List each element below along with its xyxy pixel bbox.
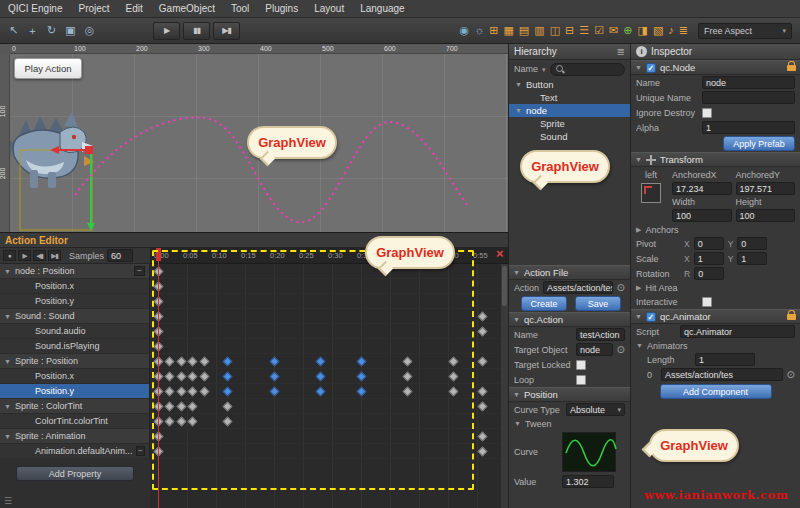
- rows-icon[interactable]: ▤: [519, 25, 529, 36]
- hierarchy-item-node[interactable]: ▼node: [509, 104, 630, 117]
- pivot-y-input[interactable]: 0: [737, 237, 767, 250]
- pivot-tool-icon[interactable]: ◎: [80, 22, 99, 40]
- grid-icon[interactable]: ⊞: [489, 25, 498, 36]
- timeline-row[interactable]: [150, 324, 508, 339]
- timeline-row[interactable]: [150, 309, 508, 324]
- timeline-row[interactable]: [150, 339, 508, 354]
- alpha-input[interactable]: 1: [702, 121, 795, 134]
- pattern-icon[interactable]: ▧: [653, 25, 663, 36]
- lock-icon[interactable]: [787, 65, 796, 71]
- play-action-button[interactable]: Play Action: [14, 58, 82, 79]
- track-row-11[interactable]: ▼Sprite : Animation: [0, 429, 149, 444]
- collapse-icon[interactable]: ▼: [513, 269, 520, 276]
- node-name-input[interactable]: node: [702, 76, 795, 89]
- pause-button[interactable]: ▮▮: [183, 22, 210, 40]
- track-row-3[interactable]: ▼Sound : Sound: [0, 309, 149, 324]
- track-row-12[interactable]: Animation.defaultAnim...−: [0, 444, 149, 459]
- check-icon[interactable]: ☑: [594, 25, 604, 36]
- close-icon[interactable]: ×: [496, 246, 504, 261]
- action-file-header[interactable]: ▼ Action File: [509, 265, 630, 280]
- track-row-8[interactable]: Position.y: [0, 384, 149, 399]
- track-row-7[interactable]: Position.x: [0, 369, 149, 384]
- prev-key-button[interactable]: ◀▮: [33, 250, 46, 261]
- value-input[interactable]: 1.302: [562, 475, 614, 488]
- expand-icon[interactable]: ▼: [4, 313, 12, 320]
- expand-icon[interactable]: ▼: [4, 358, 12, 365]
- position-section-header[interactable]: ▼ Position: [509, 387, 630, 402]
- collapse-icon[interactable]: ▼: [635, 64, 642, 71]
- next-key-button[interactable]: ▶▮: [48, 250, 61, 261]
- rotate-tool-icon[interactable]: ↻: [42, 22, 61, 40]
- timeline-row[interactable]: [150, 429, 508, 444]
- track-row-6[interactable]: ▼Sprite : Position: [0, 354, 149, 369]
- track-row-9[interactable]: ▼Sprite : ColorTint: [0, 399, 149, 414]
- track-row-4[interactable]: Sound.audio: [0, 324, 149, 339]
- timeline-row[interactable]: [150, 294, 508, 309]
- collapse-icon[interactable]: ▼: [513, 391, 520, 398]
- remove-track-button[interactable]: −: [134, 266, 145, 276]
- length-input[interactable]: 1: [695, 353, 755, 366]
- track-row-1[interactable]: Position.x: [0, 279, 149, 294]
- object-picker-icon[interactable]: ⊙: [617, 344, 625, 355]
- target-object-field[interactable]: node: [576, 343, 613, 356]
- wolf-sprite[interactable]: [2, 104, 94, 196]
- interactive-checkbox[interactable]: [702, 297, 712, 307]
- action-name-input[interactable]: testAction: [576, 328, 625, 341]
- menu-item-tool[interactable]: Tool: [231, 3, 249, 14]
- samples-input[interactable]: 60: [107, 249, 133, 262]
- columns-icon[interactable]: ▥: [534, 25, 544, 36]
- mail-icon[interactable]: ✉: [609, 25, 618, 36]
- menu-item-project[interactable]: Project: [78, 3, 109, 14]
- tween-curve-preview[interactable]: [562, 432, 616, 472]
- anchored-y-input[interactable]: 197.571: [736, 182, 796, 195]
- expand-icon[interactable]: ▼: [515, 107, 523, 114]
- component-enabled-checkbox[interactable]: ✓: [646, 312, 656, 322]
- height-input[interactable]: 100: [736, 209, 796, 222]
- panel-menu-icon[interactable]: ☰: [4, 496, 12, 506]
- aspect-ratio-dropdown[interactable]: Free Aspect ▾: [698, 23, 792, 39]
- menu-item-qici-engine[interactable]: QICI Engine: [8, 3, 62, 14]
- expand-icon[interactable]: ▼: [4, 403, 12, 410]
- list-options-icon[interactable]: ≣: [617, 46, 625, 57]
- expand-icon[interactable]: ▼: [4, 268, 12, 275]
- timeline-scrollbar[interactable]: [500, 264, 508, 508]
- action-path-field[interactable]: Assets/action/testActio: [543, 281, 613, 294]
- ignore-destroy-checkbox[interactable]: [702, 108, 712, 118]
- anchor-preset-box[interactable]: [641, 183, 661, 203]
- script-field[interactable]: qc.Animator: [680, 325, 795, 338]
- expand-icon[interactable]: ▶: [636, 284, 641, 291]
- menu-item-gameobject[interactable]: GameObject: [159, 3, 215, 14]
- panel-right-icon[interactable]: ◨: [637, 25, 647, 36]
- target-locked-checkbox[interactable]: [576, 360, 586, 370]
- expand-icon[interactable]: ▼: [4, 433, 12, 440]
- track-row-0[interactable]: ▼node : Position−: [0, 264, 149, 279]
- table-icon[interactable]: ▦: [503, 25, 513, 36]
- object-picker-icon[interactable]: ⊙: [787, 369, 795, 380]
- lock-icon[interactable]: [787, 314, 796, 320]
- track-row-10[interactable]: ColorTint.colorTint: [0, 414, 149, 429]
- object-picker-icon[interactable]: ⊙: [617, 282, 625, 293]
- menu-item-language[interactable]: Language: [360, 3, 405, 14]
- collapse-icon[interactable]: ▼: [636, 342, 643, 349]
- menu-item-plugins[interactable]: Plugins: [265, 3, 298, 14]
- qc-node-section-header[interactable]: ▼ ✓ qc.Node: [631, 60, 800, 75]
- remove-track-button[interactable]: −: [136, 446, 145, 456]
- timeline[interactable]: 0:000:050:100:150:200:250:300:350:400:45…: [150, 248, 508, 508]
- timeline-row[interactable]: [150, 264, 508, 279]
- curve-type-dropdown[interactable]: Absolute ▾: [566, 403, 625, 416]
- playhead[interactable]: [158, 248, 159, 508]
- menu-icon[interactable]: ≣: [679, 25, 688, 36]
- anchored-x-input[interactable]: 17.234: [672, 182, 732, 195]
- menu-item-edit[interactable]: Edit: [126, 3, 143, 14]
- collapse-icon[interactable]: ▼: [514, 420, 521, 427]
- width-input[interactable]: 100: [672, 209, 732, 222]
- pan-tool-icon[interactable]: ↖: [4, 22, 23, 40]
- rotation-input[interactable]: 0: [694, 267, 724, 280]
- step-button[interactable]: ▶▮: [213, 22, 240, 40]
- timeline-row[interactable]: [150, 279, 508, 294]
- loop-checkbox[interactable]: [576, 375, 586, 385]
- transform-section-header[interactable]: ▼ Transform: [631, 152, 800, 167]
- timeline-row[interactable]: [150, 444, 508, 459]
- hierarchy-item-text[interactable]: Text: [509, 91, 630, 104]
- move-tool-icon[interactable]: +: [23, 22, 42, 40]
